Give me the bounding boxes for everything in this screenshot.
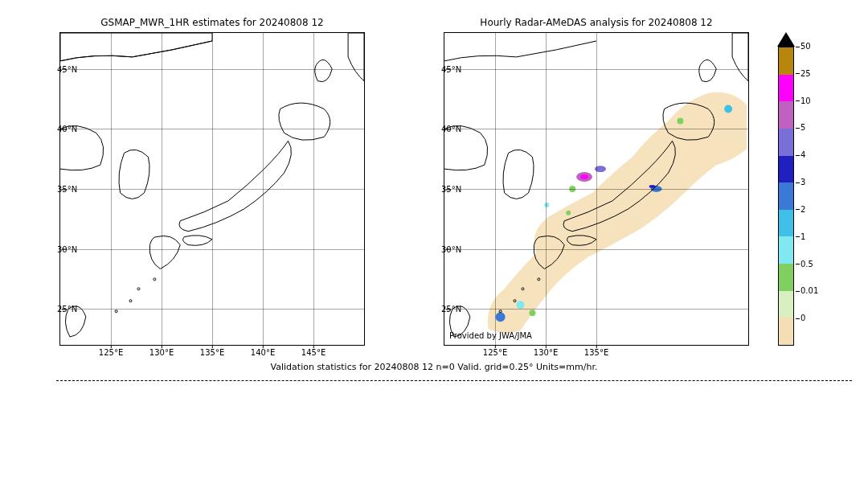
svg-point-17: [522, 288, 524, 290]
svg-point-7: [576, 172, 592, 182]
lon-tick: 130°E: [534, 348, 558, 357]
colorbar-tick: 3: [800, 178, 805, 187]
figure: GSMAP_MWR_1HR estimates for 20240808 12: [0, 8, 868, 492]
lon-tick: 125°E: [99, 348, 123, 357]
colorbar-segment: [779, 75, 793, 102]
lon-tick: 135°E: [584, 348, 608, 357]
colorbar-tick: 10: [800, 96, 811, 105]
colorbar-segment: [779, 236, 793, 264]
lon-tick: 140°E: [251, 348, 275, 357]
colorbar-segment: [779, 210, 793, 237]
svg-point-15: [566, 211, 571, 215]
footer-caption: Validation statistics for 20240808 12 n=…: [0, 362, 868, 372]
left-panel-title: GSMAP_MWR_1HR estimates for 20240808 12: [60, 17, 364, 28]
colorbar-tick: 2: [800, 205, 805, 214]
colorbar-segment: [779, 156, 793, 183]
right-panel-title: Hourly Radar-AMeDAS analysis for 2024080…: [444, 17, 748, 28]
footer-caption-text: Validation statistics for 20240808 12 n=…: [266, 362, 603, 372]
left-map-panel: GSMAP_MWR_1HR estimates for 20240808 12: [59, 32, 365, 346]
colorbar-segment: [779, 264, 793, 291]
colorbar-segment: [779, 101, 793, 129]
lon-tick: 125°E: [483, 348, 507, 357]
lon-tick: 135°E: [200, 348, 224, 357]
colorbar-tick: 4: [800, 150, 805, 159]
colorbar-tick: 0.5: [800, 260, 813, 269]
colorbar-segment: [779, 47, 793, 75]
svg-point-18: [514, 300, 516, 302]
right-map-panel: Hourly Radar-AMeDAS analysis for 2024080…: [444, 32, 749, 346]
colorbar-tick: 0.01: [800, 286, 818, 295]
colorbar-tick: 5: [800, 123, 805, 132]
colorbar-segment: [779, 291, 793, 318]
svg-point-2: [115, 310, 117, 313]
colorbar-tick: 50: [800, 42, 811, 51]
svg-point-4: [496, 312, 506, 322]
colorbar: [778, 47, 794, 346]
svg-point-6: [529, 310, 535, 316]
attribution-text: Provided by JWA/JMA: [449, 331, 532, 340]
lon-tick: 145°E: [301, 348, 326, 357]
colorbar-tick: 1: [800, 232, 805, 241]
colorbar-tick: 0: [800, 314, 805, 322]
svg-point-1: [129, 300, 132, 302]
svg-point-12: [649, 185, 656, 188]
colorbar-segment: [779, 182, 793, 210]
svg-point-13: [677, 117, 683, 124]
svg-point-3: [154, 278, 156, 281]
svg-point-5: [517, 301, 525, 309]
colorbar-over-triangle: [777, 32, 795, 47]
svg-point-20: [538, 278, 540, 281]
colorbar-tick: 25: [800, 69, 811, 78]
svg-point-8: [580, 174, 588, 179]
lon-tick: 130°E: [149, 348, 174, 357]
svg-point-0: [137, 288, 140, 290]
colorbar-segment: [779, 129, 793, 156]
svg-point-14: [724, 105, 732, 113]
svg-point-19: [499, 310, 502, 313]
colorbar-segment: [779, 318, 793, 345]
